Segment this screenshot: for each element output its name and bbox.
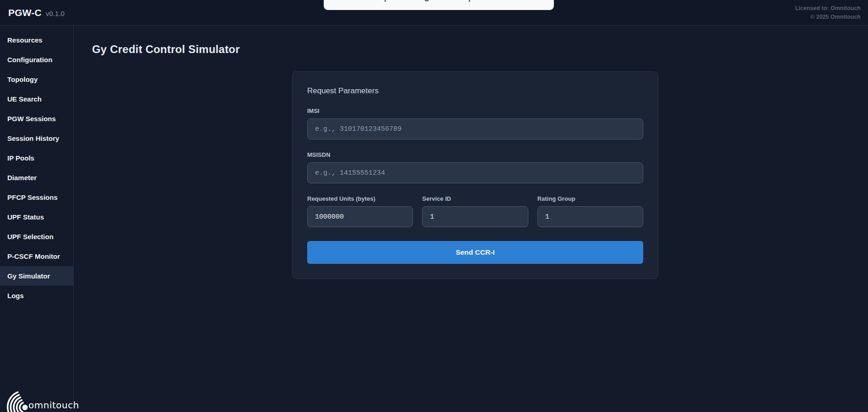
request-parameters-card: Request Parameters IMSI MSISDN Requested… xyxy=(292,71,658,279)
imsi-label: IMSI xyxy=(307,107,643,114)
service-id-form-group: Service ID xyxy=(422,195,528,227)
send-ccr-i-button[interactable]: Send CCR-I xyxy=(307,241,643,264)
sidebar-nav: Resources Configuration Topology UE Sear… xyxy=(0,26,74,412)
rating-group-label: Rating Group xyxy=(537,195,643,202)
license-info: Licensed to: Omnitouch © 2025 Omnitouch xyxy=(795,5,861,20)
sidebar-item-gy-simulator[interactable]: Gy Simulator xyxy=(0,266,73,286)
sidebar-item-pcscf-monitor[interactable]: P-CSCF Monitor xyxy=(0,246,73,266)
app-header: PGW-C v0.1.0 Licensed to: Omnitouch © 20… xyxy=(0,0,868,26)
sidebar-item-logs[interactable]: Logs xyxy=(0,286,73,305)
sidebar-item-upf-selection[interactable]: UPF Selection xyxy=(0,227,73,246)
cutoff-dialog xyxy=(324,0,554,10)
sidebar-item-topology[interactable]: Topology xyxy=(0,70,73,89)
sidebar-item-pfcp-sessions[interactable]: PFCP Sessions xyxy=(0,187,73,207)
app-version: v0.1.0 xyxy=(46,10,65,17)
omnitouch-logo: omnitouch xyxy=(5,386,79,412)
card-title: Request Parameters xyxy=(307,86,643,96)
sidebar-item-session-history[interactable]: Session History xyxy=(0,128,73,148)
licensed-to-text: Licensed to: Omnitouch xyxy=(795,5,861,11)
sidebar-item-upf-status[interactable]: UPF Status xyxy=(0,207,73,227)
msisdn-input[interactable] xyxy=(307,162,643,183)
imsi-input[interactable] xyxy=(307,118,643,139)
rating-group-form-group: Rating Group xyxy=(537,195,643,227)
requested-units-label: Requested Units (bytes) xyxy=(307,195,413,202)
sidebar-item-resources[interactable]: Resources xyxy=(0,30,73,50)
cutoff-text-fragment xyxy=(425,0,429,1)
sidebar-item-pgw-sessions[interactable]: PGW Sessions xyxy=(0,109,73,128)
sidebar-item-ue-search[interactable]: UE Search xyxy=(0,89,73,109)
signal-arcs-icon xyxy=(5,386,31,412)
service-id-input[interactable] xyxy=(422,206,528,227)
requested-units-form-group: Requested Units (bytes) xyxy=(307,195,413,227)
sidebar-item-ip-pools[interactable]: IP Pools xyxy=(0,148,73,168)
copyright-text: © 2025 Omnitouch xyxy=(795,14,861,20)
rating-group-input[interactable] xyxy=(537,206,643,227)
cutoff-text-fragment xyxy=(385,0,386,2)
app-brand: PGW-C v0.1.0 xyxy=(8,7,65,18)
sidebar-item-diameter[interactable]: Diameter xyxy=(0,168,73,187)
msisdn-form-group: MSISDN xyxy=(307,151,643,183)
main-content: Gy Credit Control Simulator Request Para… xyxy=(74,26,868,412)
requested-units-input[interactable] xyxy=(307,206,413,227)
msisdn-label: MSISDN xyxy=(307,151,643,158)
service-id-label: Service ID xyxy=(422,195,528,202)
logo-wordmark: omnitouch xyxy=(28,400,79,412)
app-title: PGW-C xyxy=(8,7,42,18)
sidebar-item-configuration[interactable]: Configuration xyxy=(0,50,73,70)
imsi-form-group: IMSI xyxy=(307,107,643,139)
cutoff-text-fragment xyxy=(469,0,470,2)
page-title: Gy Credit Control Simulator xyxy=(92,43,868,56)
numeric-fields-row: Requested Units (bytes) Service ID Ratin… xyxy=(307,195,643,227)
